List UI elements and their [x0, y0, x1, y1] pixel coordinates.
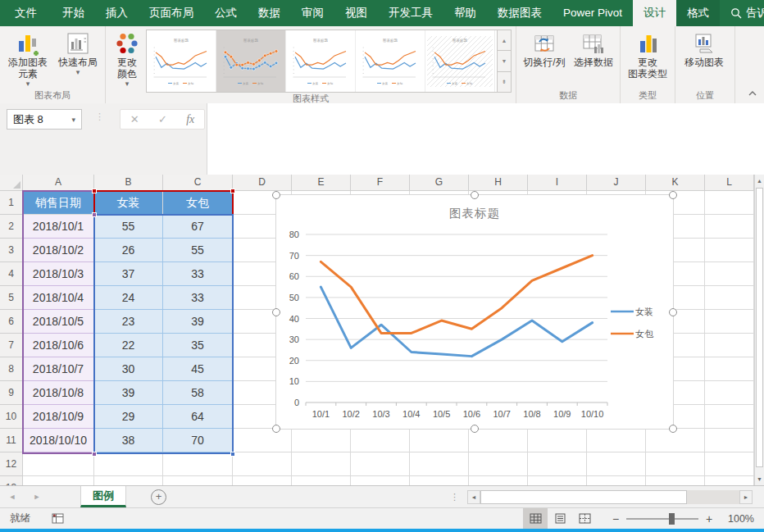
cell-L13[interactable] [705, 476, 754, 485]
menu-tab-格式[interactable]: 格式 [676, 0, 720, 26]
gallery-scroll-down-button[interactable]: ▼ [498, 51, 511, 71]
cell-L12[interactable] [705, 452, 754, 476]
cell-B11[interactable]: 38 [94, 429, 163, 452]
cell-C5[interactable]: 33 [163, 286, 233, 310]
cell-L5[interactable] [705, 286, 754, 310]
scroll-up-button[interactable]: ▲ [755, 175, 764, 187]
chart-style-thumbnail-4[interactable]: 图表标题女装女包 [356, 30, 425, 92]
range-handle[interactable] [92, 452, 97, 457]
cell-A9[interactable]: 2018/10/8 [23, 381, 94, 405]
cell-E13[interactable] [292, 476, 351, 485]
cell-F11[interactable] [351, 429, 410, 452]
column-header-G[interactable]: G [410, 175, 469, 191]
chart-resize-handle-bottom-left[interactable] [272, 425, 280, 433]
horizontal-scroll-thumb[interactable] [480, 490, 687, 504]
next-sheet-button[interactable]: ► [25, 486, 49, 507]
cell-B3[interactable]: 26 [94, 239, 163, 262]
cell-C10[interactable]: 64 [163, 405, 233, 429]
cell-L3[interactable] [705, 239, 754, 262]
cell-C2[interactable]: 67 [163, 215, 233, 239]
cell-B5[interactable]: 24 [94, 286, 163, 310]
column-header-E[interactable]: E [292, 175, 351, 191]
cell-H13[interactable] [469, 476, 528, 485]
cell-E11[interactable] [292, 429, 351, 452]
chart-resize-handle-left[interactable] [272, 308, 280, 316]
sheet-tab-active[interactable]: 图例 [80, 486, 126, 507]
cell-B1[interactable]: 女装 [94, 191, 163, 215]
row-header-13[interactable]: 13 [0, 476, 23, 485]
cell-L9[interactable] [705, 381, 754, 405]
column-header-I[interactable]: I [528, 175, 587, 191]
add-chart-element-button[interactable]: 添加图表 元素 ▾ [2, 29, 53, 88]
select-all-corner[interactable] [0, 175, 23, 191]
range-handle[interactable] [230, 189, 235, 193]
range-handle[interactable] [92, 212, 97, 217]
enter-icon[interactable]: ✓ [158, 113, 167, 125]
zoom-in-button[interactable]: + [702, 512, 716, 525]
cell-C9[interactable]: 58 [163, 381, 233, 405]
row-header-5[interactable]: 5 [0, 286, 23, 310]
collapse-ribbon-button[interactable] [748, 85, 757, 100]
range-handle[interactable] [92, 189, 97, 193]
menu-tab-设计[interactable]: 设计 [633, 0, 676, 26]
cell-D12[interactable] [233, 452, 292, 476]
column-header-F[interactable]: F [351, 175, 410, 191]
zoom-slider[interactable] [626, 518, 698, 520]
column-header-H[interactable]: H [469, 175, 528, 191]
page-break-preview-button[interactable] [572, 508, 597, 529]
chart-resize-handle-bottom[interactable] [471, 425, 479, 433]
change-colors-button[interactable]: 更改 颜色 ▾ [108, 29, 146, 88]
menu-tab-文件[interactable]: 文件 [0, 0, 52, 26]
row-header-10[interactable]: 10 [0, 405, 23, 429]
cell-G13[interactable] [410, 476, 469, 485]
chart-resize-handle-top-left[interactable] [272, 191, 280, 199]
cell-J11[interactable] [587, 429, 646, 452]
menu-tab-开发工具[interactable]: 开发工具 [378, 0, 443, 26]
chart-style-thumbnail-5[interactable]: 图表标题女装女包 [425, 30, 495, 92]
gallery-more-button[interactable]: ⇟ [498, 72, 511, 92]
cell-G12[interactable] [410, 452, 469, 476]
cell-H12[interactable] [469, 452, 528, 476]
row-header-2[interactable]: 2 [0, 215, 23, 239]
cell-B12[interactable] [94, 452, 163, 476]
cell-C11[interactable]: 70 [163, 429, 233, 452]
zoom-out-button[interactable]: − [608, 512, 623, 525]
row-header-7[interactable]: 7 [0, 334, 23, 357]
cell-B13[interactable] [94, 476, 163, 485]
menu-tab-视图[interactable]: 视图 [334, 0, 378, 26]
cell-C7[interactable]: 35 [163, 334, 233, 357]
cell-K13[interactable] [646, 476, 705, 485]
cell-A10[interactable]: 2018/10/9 [23, 405, 94, 429]
cell-L2[interactable] [705, 215, 754, 239]
cell-C12[interactable] [163, 452, 233, 476]
cell-A8[interactable]: 2018/10/7 [23, 357, 94, 381]
zoom-slider-thumb[interactable] [669, 513, 675, 525]
cell-L6[interactable] [705, 310, 754, 334]
cell-D11[interactable] [233, 429, 292, 452]
cell-B7[interactable]: 22 [94, 334, 163, 357]
chart-style-thumbnail-3[interactable]: 图表标题女装女包 [286, 30, 356, 92]
horizontal-scrollbar[interactable]: ◄ ► [467, 490, 753, 504]
cell-A7[interactable]: 2018/10/6 [23, 334, 94, 357]
chart-resize-handle-top[interactable] [471, 191, 479, 199]
row-header-4[interactable]: 4 [0, 262, 23, 286]
cell-B2[interactable]: 55 [94, 215, 163, 239]
vertical-scroll-thumb[interactable] [756, 188, 763, 467]
cell-C3[interactable]: 55 [163, 239, 233, 262]
tabbar-resize-handle[interactable]: ⋮ [450, 492, 459, 502]
cell-F13[interactable] [351, 476, 410, 485]
vertical-scrollbar[interactable]: ▲ ▼ [754, 175, 764, 485]
cancel-icon[interactable]: ✕ [130, 113, 139, 125]
cell-A4[interactable]: 2018/10/3 [23, 262, 94, 286]
menu-tab-页面布局[interactable]: 页面布局 [139, 0, 204, 26]
cell-C8[interactable]: 45 [163, 357, 233, 381]
cell-L7[interactable] [705, 334, 754, 357]
cell-I13[interactable] [528, 476, 587, 485]
cell-J13[interactable] [587, 476, 646, 485]
scroll-right-button[interactable]: ► [739, 490, 753, 504]
name-box[interactable]: 图表 8 ▾ [7, 109, 82, 130]
column-header-K[interactable]: K [646, 175, 705, 191]
select-data-button[interactable]: 选择数据 [570, 29, 617, 68]
column-header-A[interactable]: A [23, 175, 94, 191]
cell-L4[interactable] [705, 262, 754, 286]
